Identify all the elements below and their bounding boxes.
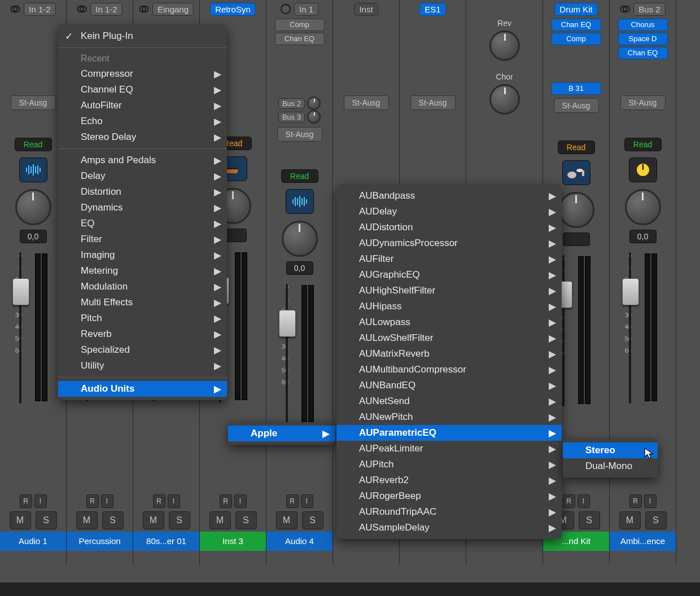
- output-chip[interactable]: St-Ausg: [554, 98, 599, 113]
- pan-knob[interactable]: [625, 189, 661, 225]
- send-knob[interactable]: [307, 97, 321, 110]
- menu-item[interactable]: AUParametricEQ▶: [336, 425, 562, 441]
- track-name[interactable]: Audio 1: [0, 532, 66, 551]
- input-monitor-button[interactable]: I: [34, 494, 47, 508]
- menu-item[interactable]: AUBandpass▶: [336, 188, 562, 204]
- input-chip[interactable]: In 1-2: [90, 3, 122, 16]
- input-chip[interactable]: In 1-2: [24, 3, 55, 16]
- menu-item[interactable]: Metering▶: [58, 263, 227, 279]
- insert-slot[interactable]: Space D: [618, 33, 668, 45]
- record-enable-button[interactable]: R: [220, 494, 232, 508]
- menu-item-apple[interactable]: Apple▶: [228, 426, 335, 441]
- menu-item[interactable]: AUPitch▶: [336, 457, 562, 472]
- mute-button[interactable]: M: [76, 511, 98, 529]
- send-slot[interactable]: Bus 3: [278, 112, 305, 122]
- menu-item[interactable]: Stereo: [563, 442, 658, 458]
- bus-knob[interactable]: [489, 84, 520, 115]
- menu-item[interactable]: AULowShelfFilter▶: [336, 330, 562, 346]
- mute-button[interactable]: M: [276, 511, 298, 529]
- menu-item[interactable]: AutoFilter▶: [58, 98, 227, 113]
- track-name[interactable]: Inst 3: [200, 532, 266, 551]
- track-name[interactable]: Audio 4: [266, 532, 333, 551]
- pan-knob[interactable]: [558, 192, 594, 228]
- menu-item[interactable]: AUDistortion▶: [336, 220, 562, 235]
- track-name[interactable]: Ambi...ence: [610, 532, 676, 551]
- track-icon[interactable]: [629, 157, 657, 182]
- fader-handle[interactable]: [279, 310, 296, 337]
- menu-item[interactable]: Multi Effects▶: [58, 295, 227, 310]
- input-monitor-button[interactable]: I: [578, 494, 590, 508]
- mute-button[interactable]: M: [619, 511, 641, 529]
- menu-item[interactable]: Filter▶: [58, 231, 227, 247]
- menu-item[interactable]: AUNBandEQ▶: [336, 378, 562, 393]
- au-plugin-list-menu[interactable]: AUBandpass▶AUDelay▶AUDistortion▶AUDynami…: [336, 185, 562, 539]
- instrument-chip[interactable]: ES1: [419, 3, 445, 16]
- input-chip[interactable]: In 1: [294, 3, 318, 16]
- menu-item[interactable]: Dynamics▶: [58, 200, 227, 216]
- output-chip[interactable]: St-Ausg: [277, 127, 322, 142]
- track-icon[interactable]: [286, 189, 314, 214]
- input-monitor-button[interactable]: I: [101, 494, 113, 508]
- menu-item[interactable]: AULowpass▶: [336, 314, 562, 330]
- plugin-menu[interactable]: ✓Kein Plug-In Recent Compressor▶Channel …: [58, 25, 227, 400]
- menu-item[interactable]: Distortion▶: [58, 184, 227, 200]
- fader-track[interactable]: [562, 255, 565, 406]
- solo-button[interactable]: S: [102, 511, 124, 529]
- pan-knob[interactable]: [282, 221, 318, 257]
- channel-mode-menu[interactable]: StereoDual-Mono: [563, 439, 658, 477]
- insert-slot[interactable]: Comp: [275, 19, 325, 31]
- fader-handle[interactable]: [622, 278, 639, 305]
- fader-track[interactable]: [629, 252, 631, 404]
- solo-button[interactable]: S: [579, 511, 600, 529]
- input-monitor-button[interactable]: I: [644, 494, 657, 508]
- automation-mode-button[interactable]: Read: [624, 138, 662, 151]
- automation-mode-button[interactable]: Read: [281, 169, 318, 183]
- output-chip[interactable]: St-Ausg: [410, 95, 456, 110]
- menu-item[interactable]: Imaging▶: [58, 247, 227, 263]
- menu-item[interactable]: Specialized▶: [58, 342, 227, 358]
- insert-slot[interactable]: Chan EQ: [618, 47, 668, 59]
- menu-item[interactable]: AURoundTripAAC▶: [336, 504, 562, 520]
- record-enable-button[interactable]: R: [153, 494, 165, 508]
- instrument-chip[interactable]: Drum Kit: [554, 3, 597, 16]
- menu-item[interactable]: Pitch▶: [58, 310, 227, 326]
- menu-item[interactable]: Utility▶: [58, 358, 227, 374]
- menu-item[interactable]: Reverb▶: [58, 326, 227, 342]
- bus-knob[interactable]: [489, 30, 520, 61]
- menu-item-audio-units[interactable]: Audio Units▶: [58, 381, 227, 397]
- menu-item[interactable]: AUHighShelfFilter▶: [336, 283, 562, 299]
- input-chip[interactable]: Eingang: [152, 3, 194, 16]
- output-chip[interactable]: St-Ausg: [620, 95, 666, 110]
- fader-track[interactable]: [19, 252, 21, 404]
- record-enable-button[interactable]: R: [286, 494, 299, 508]
- mute-button[interactable]: M: [10, 511, 31, 529]
- input-monitor-button[interactable]: I: [301, 494, 313, 508]
- solo-button[interactable]: S: [36, 511, 57, 529]
- instrument-chip[interactable]: RetroSyn: [210, 3, 256, 16]
- menu-item[interactable]: AUDelay▶: [336, 204, 562, 220]
- send-knob[interactable]: [307, 110, 321, 124]
- solo-button[interactable]: S: [645, 511, 667, 529]
- menu-item-no-plugin[interactable]: ✓Kein Plug-In: [58, 28, 227, 44]
- input-monitor-button[interactable]: I: [234, 494, 247, 508]
- record-enable-button[interactable]: R: [20, 494, 32, 508]
- mute-button[interactable]: M: [209, 511, 231, 529]
- send-chip[interactable]: B 31: [552, 82, 601, 95]
- fader-track[interactable]: [286, 284, 288, 435]
- send-slot[interactable]: Bus 2: [278, 98, 305, 109]
- menu-item[interactable]: AUMultibandCompressor▶: [336, 362, 562, 378]
- menu-item[interactable]: Dual-Mono: [563, 458, 658, 474]
- record-enable-button[interactable]: R: [563, 494, 575, 508]
- plugin-manufacturer-menu[interactable]: Apple▶: [228, 422, 335, 445]
- menu-item[interactable]: EQ▶: [58, 216, 227, 231]
- record-enable-button[interactable]: R: [86, 494, 99, 508]
- menu-item[interactable]: AUNewPitch▶: [336, 409, 562, 425]
- automation-mode-button[interactable]: Read: [15, 138, 52, 151]
- menu-item[interactable]: AUNetSend▶: [336, 393, 562, 409]
- menu-item[interactable]: AUMatrixReverb▶: [336, 346, 562, 362]
- menu-item[interactable]: AUReverb2▶: [336, 472, 562, 488]
- instrument-chip[interactable]: Inst: [354, 3, 378, 16]
- menu-item[interactable]: AUHipass▶: [336, 299, 562, 314]
- menu-item[interactable]: AUFilter▶: [336, 251, 562, 267]
- menu-item[interactable]: Compressor▶: [58, 66, 227, 82]
